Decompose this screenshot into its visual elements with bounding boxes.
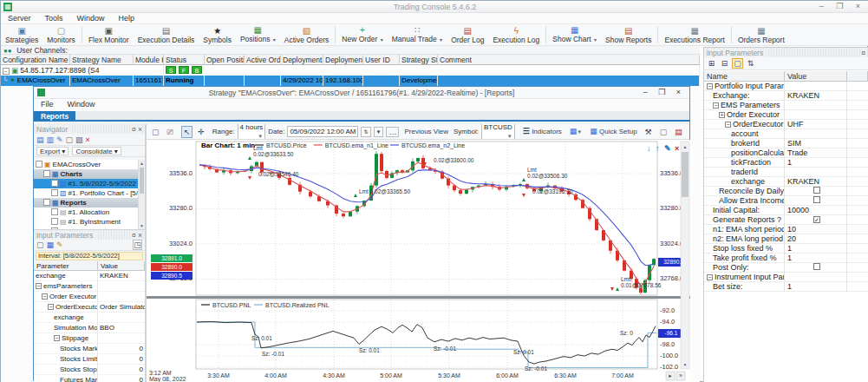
date-spinner[interactable]: ⇅: [361, 127, 370, 137]
toolbar-button-symbols[interactable]: ★Symbols: [199, 24, 236, 45]
parameter-row[interactable]: account: [704, 129, 868, 139]
checkbox[interactable]: [813, 263, 820, 270]
tree-item[interactable]: ▣EMACrossOver: [34, 160, 138, 169]
indicators-button[interactable]: ☰ Indicators: [520, 125, 565, 138]
toolbar-button-show-reports[interactable]: ▤Show Reports: [601, 24, 656, 45]
expand-all-icon[interactable]: ⊞: [706, 58, 717, 69]
tree-item[interactable]: ▤#1. Allocation: [34, 207, 138, 217]
tree-checkbox[interactable]: [51, 208, 58, 215]
expander-icon[interactable]: −: [707, 83, 713, 89]
tree-item[interactable]: ▦Reports: [34, 198, 138, 207]
toolbar-button-execution-details[interactable]: ▤Execution Details: [134, 24, 199, 45]
date-dropdown-icon[interactable]: ▼: [374, 127, 384, 137]
parameter-row[interactable]: −OrderExecutor TypeUHF: [704, 120, 868, 129]
pointer-tool-button[interactable]: ↖: [181, 126, 193, 138]
save-icon[interactable]: ▤: [36, 135, 44, 144]
excel-export-icon[interactable]: ▥: [688, 126, 689, 138]
expander-icon[interactable]: −: [42, 293, 48, 300]
parameter-row[interactable]: Generate Reports ?✓: [704, 215, 868, 225]
consolidate-dropdown[interactable]: Consolidate ▾: [72, 147, 121, 155]
toolbar-button-strategies[interactable]: ▣Strategies: [1, 24, 42, 45]
toolbar-button-manual-trade[interactable]: ∷Manual Trade ▾: [388, 24, 447, 45]
copy-icon[interactable]: ▢: [66, 135, 74, 144]
toolbar-button-show-chart[interactable]: ▦Show Chart ▾: [548, 24, 601, 45]
grid-cell[interactable]: [245, 76, 281, 86]
param-row[interactable]: Stocks Mark0: [34, 344, 145, 354]
grid-cell[interactable]: [438, 76, 700, 86]
pin-icon[interactable]: ¤: [861, 49, 865, 57]
symbol-select[interactable]: BTCUSD ▼: [481, 124, 515, 140]
toolbar-button-execution-log[interactable]: ϟExecution Log: [488, 24, 544, 45]
close-icon[interactable]: ×: [138, 125, 142, 134]
save-all-icon[interactable]: ▥: [47, 135, 55, 144]
grid-cell[interactable]: 4/29/2022 10:38:0: [281, 76, 323, 86]
print-icon[interactable]: ⎚: [165, 126, 176, 138]
parameter-row[interactable]: positionCalculatioTrade: [704, 148, 868, 158]
export-icon[interactable]: ▧: [75, 135, 83, 144]
menu-window[interactable]: Window: [70, 13, 112, 23]
child-window-controls[interactable]: – ❒ ×: [643, 88, 685, 96]
scrollbar-thumb[interactable]: [682, 152, 689, 197]
parameter-row[interactable]: Bet size:1: [704, 282, 868, 292]
toolbar-button-positions[interactable]: ▦Positions ▾: [236, 24, 280, 45]
child-menu-window[interactable]: Window: [61, 99, 102, 109]
parameter-row[interactable]: traderId: [704, 168, 868, 177]
grid-cell[interactable]: EMACrossOver: [70, 76, 134, 86]
param-row[interactable]: −emsParameters: [34, 281, 145, 292]
toolbar-button-orders-report[interactable]: ▦Orders Report: [734, 24, 789, 45]
delete-icon[interactable]: ×: [86, 135, 90, 144]
copy-icon[interactable]: ▢: [149, 126, 162, 138]
pin-icon[interactable]: ¤: [132, 125, 136, 134]
parameter-row[interactable]: −EMS Parameters: [704, 101, 868, 110]
expander-icon[interactable]: −: [36, 283, 42, 289]
menu-server[interactable]: Server: [1, 13, 38, 23]
tree-checkbox[interactable]: [43, 199, 50, 206]
grid-cell[interactable]: Development: [400, 76, 438, 86]
param-row[interactable]: exchange: [34, 313, 145, 323]
date-input[interactable]: 05/09/2022 12:00 AM: [287, 126, 358, 137]
crosshair-tool-button[interactable]: ✛: [195, 126, 207, 138]
window-controls[interactable]: – ❒ ×: [819, 2, 865, 10]
tree-item[interactable]: ▧#1. Portfolio Chart - [5/8/2022-5/9/202…: [34, 188, 138, 198]
expander-icon[interactable]: −: [707, 274, 713, 280]
param-row[interactable]: Stocks Stop0: [34, 365, 145, 375]
expander-icon[interactable]: +: [719, 112, 725, 118]
grid-cell[interactable]: [205, 76, 245, 86]
tree-checkbox[interactable]: [51, 218, 58, 225]
grid-cell[interactable]: [363, 76, 400, 86]
tree-item[interactable]: ▤#1. ByInstrument: [34, 217, 138, 227]
tree-checkbox[interactable]: [36, 161, 42, 168]
categorized-view-icon[interactable]: ▢: [732, 58, 743, 69]
expander-icon[interactable]: −: [713, 102, 719, 109]
parameter-row[interactable]: Reconcile By Daily Price: [704, 187, 868, 196]
parameter-row[interactable]: Allow Extra Income: [704, 196, 868, 206]
param-row[interactable]: −Order Executor: [34, 292, 145, 302]
parameter-row[interactable]: Exchange:KRAKEN: [704, 91, 868, 101]
parameter-row[interactable]: Post Only:: [704, 263, 868, 273]
parameter-row[interactable]: exchangeKRAKEN: [704, 177, 868, 187]
parameter-row[interactable]: −Instrument Input Parameters: [704, 273, 868, 282]
parameter-row[interactable]: tickFraction1: [704, 158, 868, 168]
expander-icon[interactable]: −: [54, 335, 60, 341]
sort-icon[interactable]: ⇅: [745, 58, 756, 69]
window-icon[interactable]: ▢: [36, 240, 44, 249]
collapse-all-icon[interactable]: ⊟: [719, 58, 730, 69]
previous-view-button[interactable]: Previous View: [401, 126, 451, 138]
toolbar-button-new-order[interactable]: +New Order ▾: [337, 24, 387, 45]
navigator-scrollbar[interactable]: ▲ ▼: [138, 160, 145, 229]
grid-cell[interactable]: └ ✦ EMACrossOver: [1, 76, 70, 86]
param-row[interactable]: exchangeKRAKEN: [34, 271, 145, 281]
toolbar-button-active-orders[interactable]: ▧Active Orders: [280, 24, 334, 45]
edit-icon[interactable]: ✎: [56, 135, 63, 144]
parameter-row[interactable]: Take profit fixed %1: [704, 254, 868, 263]
settings-wrench-icon[interactable]: ⚒: [643, 126, 655, 138]
checkbox[interactable]: ✓: [813, 216, 820, 223]
menu-help[interactable]: Help: [112, 13, 142, 23]
price-and-pnl-chart[interactable]: 33536.033536.033280.033280.033024.033024…: [147, 140, 690, 382]
grid-cell[interactable]: Running: [164, 76, 205, 86]
grid-cell[interactable]: 1651161796: [134, 76, 164, 86]
tree-item[interactable]: ▧#1. 5/8/2022-5/9/2022: [34, 179, 138, 188]
parameter-row[interactable]: −Portfolio Input Parameters: [704, 82, 868, 91]
checkbox[interactable]: [813, 187, 820, 194]
param-row[interactable]: −Slippage: [34, 333, 145, 344]
